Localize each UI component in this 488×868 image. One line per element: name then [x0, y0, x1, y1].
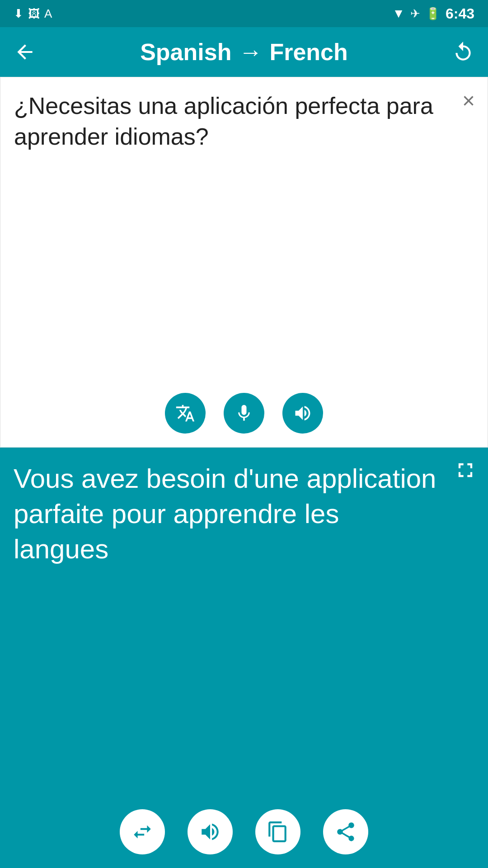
microphone-icon: [234, 403, 254, 423]
status-bar: ⬇ 🖼 A ▼ ✈ 🔋 6:43: [0, 0, 488, 27]
translated-text: Vous avez besoin d'une application parfa…: [14, 461, 474, 800]
translate-icon: [175, 403, 195, 423]
status-time: 6:43: [446, 5, 474, 22]
translate-button[interactable]: [165, 393, 206, 434]
wifi-icon: ▼: [392, 6, 405, 21]
expand-icon: [454, 458, 477, 482]
status-bar-left: ⬇ 🖼 A: [14, 7, 52, 21]
expand-button[interactable]: [454, 458, 477, 483]
volume-icon: [293, 403, 313, 423]
back-button[interactable]: [14, 41, 36, 63]
share-translation-button[interactable]: [323, 809, 368, 854]
copy-icon: [267, 821, 289, 843]
battery-icon: 🔋: [426, 7, 440, 21]
source-text-input[interactable]: [14, 91, 474, 384]
input-actions: [14, 384, 474, 438]
target-language-label: French: [269, 38, 347, 66]
download-icon: ⬇: [14, 7, 23, 21]
top-bar: Spanish → French: [0, 27, 488, 77]
volume-translation-icon: [199, 821, 221, 843]
reset-button[interactable]: [452, 41, 474, 63]
image-icon: 🖼: [28, 7, 40, 21]
source-language-label: Spanish: [140, 38, 231, 66]
translation-direction: Spanish → French: [140, 38, 348, 66]
swap-icon: [131, 821, 154, 843]
microphone-button[interactable]: [224, 393, 264, 434]
speak-source-button[interactable]: [282, 393, 323, 434]
status-bar-right: ▼ ✈ 🔋 6:43: [392, 5, 474, 22]
arrow-icon: →: [239, 38, 262, 66]
output-actions: [14, 800, 474, 859]
output-panel: Vous avez besoin d'une application parfa…: [0, 448, 488, 868]
copy-translation-button[interactable]: [255, 809, 300, 854]
font-icon: A: [44, 7, 52, 21]
share-icon: [334, 821, 357, 843]
reset-icon: [452, 41, 474, 63]
back-arrow-icon: [14, 41, 36, 63]
speak-translation-button[interactable]: [188, 809, 233, 854]
input-panel: ×: [0, 77, 488, 448]
main-content: × Vous avez besoin d'un: [0, 77, 488, 868]
swap-languages-button[interactable]: [120, 809, 165, 854]
airplane-icon: ✈: [410, 7, 420, 21]
clear-input-button[interactable]: ×: [462, 90, 475, 112]
